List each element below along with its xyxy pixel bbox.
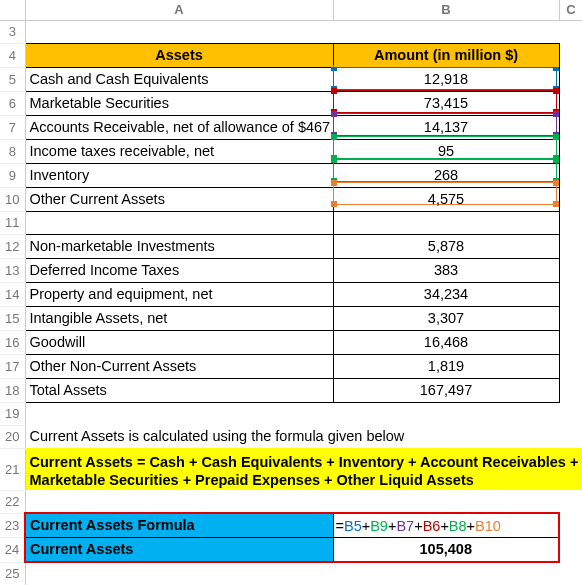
cell-a25[interactable]	[25, 562, 333, 585]
cell-a16[interactable]: Goodwill	[25, 330, 333, 354]
cell-b9[interactable]: 268	[333, 163, 559, 187]
row-header[interactable]: 17	[0, 354, 25, 378]
value: 5,878	[334, 235, 559, 258]
result-label-cell[interactable]: Current Assets	[25, 538, 333, 563]
col-header-c[interactable]: C	[559, 0, 582, 20]
cell-a11[interactable]	[25, 211, 333, 234]
cell-c17[interactable]	[559, 354, 582, 378]
cell-a15[interactable]: Intangible Assets, net	[25, 306, 333, 330]
cell-b5[interactable]: 12,918	[333, 67, 559, 91]
header-assets[interactable]: Assets	[25, 43, 333, 67]
row-header[interactable]: 24	[0, 538, 25, 563]
cell-c19[interactable]	[559, 402, 582, 425]
cell-c7[interactable]	[559, 115, 582, 139]
grid[interactable]: A B C 3 4 Assets Amount (in million $) 5…	[0, 0, 582, 585]
cell-c11[interactable]	[559, 211, 582, 234]
formula-label-cell[interactable]: Current Assets Formula	[25, 513, 333, 538]
label: Intangible Assets, net	[26, 307, 333, 330]
row-header[interactable]: 10	[0, 187, 25, 211]
cell-b18[interactable]: 167,497	[333, 378, 559, 402]
row-header[interactable]: 22	[0, 490, 25, 513]
cell-c9[interactable]	[559, 163, 582, 187]
cell-a18[interactable]: Total Assets	[25, 378, 333, 402]
col-header-b[interactable]: B	[333, 0, 559, 20]
cell-c6[interactable]	[559, 91, 582, 115]
cell-c8[interactable]	[559, 139, 582, 163]
cell-a9[interactable]: Inventory	[25, 163, 333, 187]
cell-a10[interactable]: Other Current Assets	[25, 187, 333, 211]
cell-a6[interactable]: Marketable Securities	[25, 91, 333, 115]
cell-c14[interactable]	[559, 282, 582, 306]
row-header[interactable]: 5	[0, 67, 25, 91]
row-header[interactable]: 9	[0, 163, 25, 187]
formula-cell[interactable]: =B5+B9+B7+B6+B8+B10	[333, 513, 559, 538]
row-header[interactable]: 18	[0, 378, 25, 402]
cell-c10[interactable]	[559, 187, 582, 211]
cell-a3[interactable]	[25, 20, 333, 43]
cell-a12[interactable]: Non-marketable Investments	[25, 234, 333, 258]
cell-b25[interactable]	[333, 562, 559, 585]
cell-b12[interactable]: 5,878	[333, 234, 559, 258]
cell-c3[interactable]	[559, 20, 582, 43]
cell-b8[interactable]: 95	[333, 139, 559, 163]
cell-b10[interactable]: 4,575	[333, 187, 559, 211]
cell-b13[interactable]: 383	[333, 258, 559, 282]
row-header[interactable]: 7	[0, 115, 25, 139]
row-header[interactable]: 13	[0, 258, 25, 282]
label: Total Assets	[26, 379, 333, 402]
row-header[interactable]: 3	[0, 20, 25, 43]
row-header[interactable]: 21	[0, 448, 25, 490]
row-header[interactable]: 12	[0, 234, 25, 258]
row-header[interactable]: 19	[0, 402, 25, 425]
cell-a17[interactable]: Other Non-Current Assets	[25, 354, 333, 378]
cell-c15[interactable]	[559, 306, 582, 330]
formula-description-text: Current Assets = Cash + Cash Equivalents…	[26, 450, 583, 489]
cell-c5[interactable]	[559, 67, 582, 91]
header-amount[interactable]: Amount (in million $)	[333, 43, 559, 67]
cell-b15[interactable]: 3,307	[333, 306, 559, 330]
cell-b11[interactable]	[333, 211, 559, 234]
cell-b6[interactable]: 73,415	[333, 91, 559, 115]
row-header[interactable]: 20	[0, 425, 25, 448]
formula-description[interactable]: Current Assets = Cash + Cash Equivalents…	[25, 448, 582, 490]
cell-a14[interactable]: Property and equipment, net	[25, 282, 333, 306]
spreadsheet[interactable]: A B C 3 4 Assets Amount (in million $) 5…	[0, 0, 582, 585]
cell-b22[interactable]	[333, 490, 559, 513]
row-header[interactable]: 8	[0, 139, 25, 163]
cell-c22[interactable]	[559, 490, 582, 513]
cell-c16[interactable]	[559, 330, 582, 354]
cell-c18[interactable]	[559, 378, 582, 402]
cell-c24[interactable]	[559, 538, 582, 563]
cell-c13[interactable]	[559, 258, 582, 282]
cell-c4[interactable]	[559, 43, 582, 67]
cell-a13[interactable]: Deferred Income Taxes	[25, 258, 333, 282]
row-header[interactable]: 4	[0, 43, 25, 67]
cell-a5[interactable]: Cash and Cash Equivalents	[25, 67, 333, 91]
cell-a19[interactable]	[25, 402, 333, 425]
note-row[interactable]: Current Assets is calculated using the f…	[25, 425, 582, 448]
row-header[interactable]: 25	[0, 562, 25, 585]
cell-b7[interactable]: 14,137	[333, 115, 559, 139]
cell-a8[interactable]: Income taxes receivable, net	[25, 139, 333, 163]
row-header[interactable]: 14	[0, 282, 25, 306]
cell-c23[interactable]	[559, 513, 582, 538]
cell-c25[interactable]	[559, 562, 582, 585]
row-header[interactable]: 11	[0, 211, 25, 234]
header-amount-label: Amount (in million $)	[334, 44, 559, 67]
cell-b19[interactable]	[333, 402, 559, 425]
cell-b17[interactable]: 1,819	[333, 354, 559, 378]
row-header[interactable]: 6	[0, 91, 25, 115]
cell-b16[interactable]: 16,468	[333, 330, 559, 354]
label: Accounts Receivable, net of allowance of…	[26, 116, 333, 139]
cell-c12[interactable]	[559, 234, 582, 258]
cell-b3[interactable]	[333, 20, 559, 43]
cell-a7[interactable]: Accounts Receivable, net of allowance of…	[25, 115, 333, 139]
cell-b14[interactable]: 34,234	[333, 282, 559, 306]
col-header-a[interactable]: A	[25, 0, 333, 20]
row-header[interactable]: 16	[0, 330, 25, 354]
cell-a22[interactable]	[25, 490, 333, 513]
row-header[interactable]: 15	[0, 306, 25, 330]
row-header[interactable]: 23	[0, 513, 25, 538]
corner-cell[interactable]	[0, 0, 25, 20]
result-value-cell[interactable]: 105,408	[333, 538, 559, 563]
